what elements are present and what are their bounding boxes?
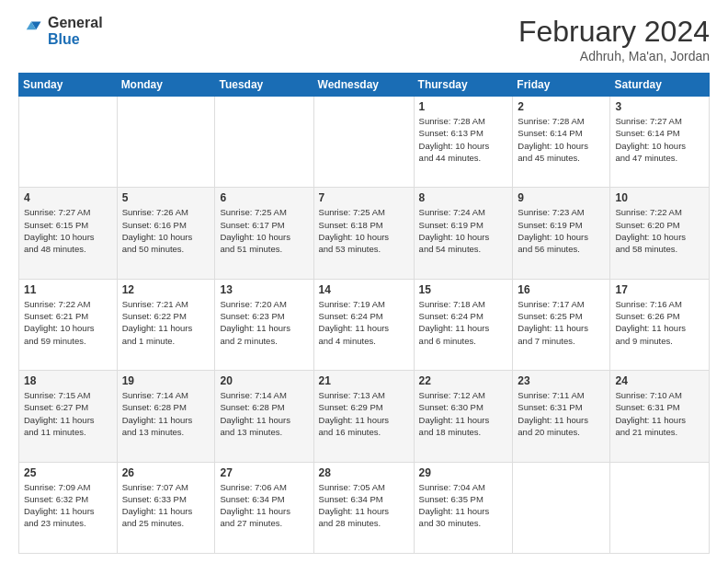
day-number: 11	[24, 283, 112, 296]
day-number: 19	[122, 374, 210, 387]
day-info: Sunrise: 7:28 AM Sunset: 6:13 PM Dayligh…	[419, 115, 508, 164]
header-day: Saturday	[610, 74, 710, 97]
calendar-cell: 21Sunrise: 7:13 AM Sunset: 6:29 PM Dayli…	[313, 371, 414, 462]
calendar-cell: 17Sunrise: 7:16 AM Sunset: 6:26 PM Dayli…	[610, 279, 710, 370]
day-info: Sunrise: 7:06 AM Sunset: 6:34 PM Dayligh…	[220, 481, 308, 530]
logo-text: General Blue	[48, 15, 103, 47]
day-info: Sunrise: 7:24 AM Sunset: 6:19 PM Dayligh…	[419, 206, 508, 255]
calendar-cell	[215, 97, 313, 188]
day-number: 27	[220, 466, 308, 479]
header-day: Wednesday	[313, 74, 414, 97]
header-day: Thursday	[414, 74, 513, 97]
logo-blue: Blue	[48, 31, 103, 48]
day-info: Sunrise: 7:27 AM Sunset: 6:15 PM Dayligh…	[24, 206, 112, 255]
calendar-cell: 8Sunrise: 7:24 AM Sunset: 6:19 PM Daylig…	[414, 188, 513, 279]
header-row: SundayMondayTuesdayWednesdayThursdayFrid…	[19, 74, 710, 97]
header-day: Sunday	[19, 74, 118, 97]
day-info: Sunrise: 7:27 AM Sunset: 6:14 PM Dayligh…	[615, 115, 704, 164]
day-number: 26	[122, 466, 210, 479]
day-number: 17	[615, 283, 704, 296]
header-day: Friday	[513, 74, 610, 97]
calendar-cell: 13Sunrise: 7:20 AM Sunset: 6:23 PM Dayli…	[215, 279, 313, 370]
header-day: Monday	[117, 74, 215, 97]
day-info: Sunrise: 7:15 AM Sunset: 6:27 PM Dayligh…	[24, 389, 112, 438]
header-day: Tuesday	[215, 74, 313, 97]
day-info: Sunrise: 7:19 AM Sunset: 6:24 PM Dayligh…	[319, 298, 409, 347]
day-info: Sunrise: 7:13 AM Sunset: 6:29 PM Dayligh…	[319, 389, 409, 438]
calendar-cell: 22Sunrise: 7:12 AM Sunset: 6:30 PM Dayli…	[414, 371, 513, 462]
day-number: 23	[518, 374, 605, 387]
day-info: Sunrise: 7:16 AM Sunset: 6:26 PM Dayligh…	[615, 298, 704, 347]
day-number: 18	[24, 374, 112, 387]
title-section: February 2024 Adhruh, Ma'an, Jordan	[518, 15, 710, 63]
day-info: Sunrise: 7:21 AM Sunset: 6:22 PM Dayligh…	[122, 298, 210, 347]
calendar-cell: 3Sunrise: 7:27 AM Sunset: 6:14 PM Daylig…	[610, 97, 710, 188]
day-number: 9	[518, 191, 605, 204]
day-number: 24	[615, 374, 704, 387]
day-number: 12	[122, 283, 210, 296]
calendar-cell: 11Sunrise: 7:22 AM Sunset: 6:21 PM Dayli…	[19, 279, 118, 370]
calendar-cell: 16Sunrise: 7:17 AM Sunset: 6:25 PM Dayli…	[513, 279, 610, 370]
day-info: Sunrise: 7:28 AM Sunset: 6:14 PM Dayligh…	[518, 115, 605, 164]
logo-icon	[18, 18, 44, 44]
day-number: 1	[419, 100, 508, 113]
day-info: Sunrise: 7:14 AM Sunset: 6:28 PM Dayligh…	[220, 389, 308, 438]
day-number: 22	[419, 374, 508, 387]
day-info: Sunrise: 7:20 AM Sunset: 6:23 PM Dayligh…	[220, 298, 308, 347]
day-info: Sunrise: 7:22 AM Sunset: 6:21 PM Dayligh…	[24, 298, 112, 347]
day-info: Sunrise: 7:10 AM Sunset: 6:31 PM Dayligh…	[615, 389, 704, 438]
day-info: Sunrise: 7:04 AM Sunset: 6:35 PM Dayligh…	[419, 481, 508, 530]
calendar-week-row: 11Sunrise: 7:22 AM Sunset: 6:21 PM Dayli…	[19, 279, 710, 370]
day-number: 13	[220, 283, 308, 296]
calendar-cell: 9Sunrise: 7:23 AM Sunset: 6:19 PM Daylig…	[513, 188, 610, 279]
day-number: 3	[615, 100, 704, 113]
day-number: 6	[220, 191, 308, 204]
day-number: 5	[122, 191, 210, 204]
calendar-cell: 23Sunrise: 7:11 AM Sunset: 6:31 PM Dayli…	[513, 371, 610, 462]
calendar-cell: 26Sunrise: 7:07 AM Sunset: 6:33 PM Dayli…	[117, 462, 215, 553]
day-info: Sunrise: 7:22 AM Sunset: 6:20 PM Dayligh…	[615, 206, 704, 255]
day-info: Sunrise: 7:11 AM Sunset: 6:31 PM Dayligh…	[518, 389, 605, 438]
calendar: SundayMondayTuesdayWednesdayThursdayFrid…	[18, 73, 710, 554]
day-number: 29	[419, 466, 508, 479]
calendar-cell	[313, 97, 414, 188]
calendar-cell: 10Sunrise: 7:22 AM Sunset: 6:20 PM Dayli…	[610, 188, 710, 279]
calendar-week-row: 18Sunrise: 7:15 AM Sunset: 6:27 PM Dayli…	[19, 371, 710, 462]
calendar-cell: 20Sunrise: 7:14 AM Sunset: 6:28 PM Dayli…	[215, 371, 313, 462]
day-info: Sunrise: 7:07 AM Sunset: 6:33 PM Dayligh…	[122, 481, 210, 530]
main-title: February 2024	[518, 15, 710, 49]
day-info: Sunrise: 7:25 AM Sunset: 6:18 PM Dayligh…	[319, 206, 409, 255]
day-number: 4	[24, 191, 112, 204]
day-number: 8	[419, 191, 508, 204]
calendar-cell: 2Sunrise: 7:28 AM Sunset: 6:14 PM Daylig…	[513, 97, 610, 188]
day-number: 21	[319, 374, 409, 387]
day-number: 25	[24, 466, 112, 479]
calendar-table: SundayMondayTuesdayWednesdayThursdayFrid…	[18, 73, 710, 554]
day-info: Sunrise: 7:05 AM Sunset: 6:34 PM Dayligh…	[319, 481, 409, 530]
day-number: 16	[518, 283, 605, 296]
calendar-cell: 15Sunrise: 7:18 AM Sunset: 6:24 PM Dayli…	[414, 279, 513, 370]
calendar-cell: 27Sunrise: 7:06 AM Sunset: 6:34 PM Dayli…	[215, 462, 313, 553]
calendar-cell: 12Sunrise: 7:21 AM Sunset: 6:22 PM Dayli…	[117, 279, 215, 370]
calendar-cell: 29Sunrise: 7:04 AM Sunset: 6:35 PM Dayli…	[414, 462, 513, 553]
day-info: Sunrise: 7:17 AM Sunset: 6:25 PM Dayligh…	[518, 298, 605, 347]
day-info: Sunrise: 7:12 AM Sunset: 6:30 PM Dayligh…	[419, 389, 508, 438]
day-number: 20	[220, 374, 308, 387]
day-info: Sunrise: 7:26 AM Sunset: 6:16 PM Dayligh…	[122, 206, 210, 255]
day-number: 15	[419, 283, 508, 296]
calendar-cell: 4Sunrise: 7:27 AM Sunset: 6:15 PM Daylig…	[19, 188, 118, 279]
calendar-cell: 28Sunrise: 7:05 AM Sunset: 6:34 PM Dayli…	[313, 462, 414, 553]
day-info: Sunrise: 7:23 AM Sunset: 6:19 PM Dayligh…	[518, 206, 605, 255]
calendar-cell: 7Sunrise: 7:25 AM Sunset: 6:18 PM Daylig…	[313, 188, 414, 279]
calendar-week-row: 4Sunrise: 7:27 AM Sunset: 6:15 PM Daylig…	[19, 188, 710, 279]
calendar-cell	[513, 462, 610, 553]
calendar-cell: 18Sunrise: 7:15 AM Sunset: 6:27 PM Dayli…	[19, 371, 118, 462]
calendar-cell: 6Sunrise: 7:25 AM Sunset: 6:17 PM Daylig…	[215, 188, 313, 279]
calendar-cell	[117, 97, 215, 188]
day-info: Sunrise: 7:09 AM Sunset: 6:32 PM Dayligh…	[24, 481, 112, 530]
day-info: Sunrise: 7:14 AM Sunset: 6:28 PM Dayligh…	[122, 389, 210, 438]
sub-title: Adhruh, Ma'an, Jordan	[518, 49, 710, 63]
calendar-cell: 1Sunrise: 7:28 AM Sunset: 6:13 PM Daylig…	[414, 97, 513, 188]
day-info: Sunrise: 7:18 AM Sunset: 6:24 PM Dayligh…	[419, 298, 508, 347]
day-info: Sunrise: 7:25 AM Sunset: 6:17 PM Dayligh…	[220, 206, 308, 255]
